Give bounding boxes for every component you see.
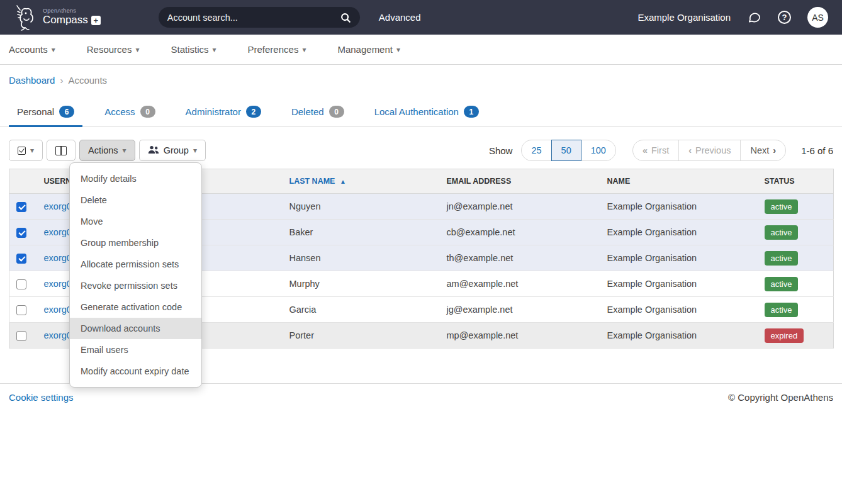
owl-logo-icon <box>14 4 39 31</box>
email-cell: am@example.net <box>437 271 598 297</box>
page-size-100[interactable]: 100 <box>581 140 615 160</box>
email-cell: mp@example.net <box>437 323 598 349</box>
nav-item-management[interactable]: Management▾ <box>337 44 400 55</box>
nav-item-statistics[interactable]: Statistics▾ <box>171 44 216 55</box>
group-dropdown-button[interactable]: Group ▾ <box>139 140 206 161</box>
status-badge: active <box>765 251 799 266</box>
brand-text: OpenAthens Compass + <box>43 8 101 26</box>
org-name-cell: Example Organisation <box>598 323 755 349</box>
tab-administrator-count-badge: 2 <box>246 106 261 118</box>
people-icon <box>148 145 159 156</box>
caret-down-icon: ▾ <box>135 45 139 54</box>
menu-item-modify-details[interactable]: Modify details <box>70 168 201 189</box>
nav-item-accounts[interactable]: Accounts▾ <box>9 44 55 55</box>
page-size-50[interactable]: 50 <box>551 140 581 161</box>
previous-page-button[interactable]: ‹ Previous <box>678 140 740 160</box>
caret-down-icon: ▾ <box>396 45 400 54</box>
last-name-cell: Baker <box>280 220 437 245</box>
first-page-button[interactable]: « First <box>633 140 678 160</box>
header-status[interactable]: STATUS <box>755 169 834 194</box>
row-checkbox[interactable] <box>16 228 26 238</box>
caret-down-icon: ▾ <box>123 146 126 155</box>
last-name-cell: Porter <box>280 323 437 349</box>
tab-local-authentication[interactable]: Local Authentication 1 <box>366 106 487 127</box>
actions-dropdown-button[interactable]: Actions ▾ <box>79 140 135 161</box>
status-badge: active <box>765 225 799 240</box>
openathens-compass-logo[interactable]: OpenAthens Compass + <box>14 4 101 31</box>
org-name-cell: Example Organisation <box>598 245 755 271</box>
help-icon[interactable]: ? <box>778 11 791 24</box>
row-checkbox[interactable] <box>16 331 26 341</box>
advanced-search-link[interactable]: Advanced <box>379 12 421 23</box>
row-checkbox[interactable] <box>16 202 26 212</box>
breadcrumb: Dashboard › Accounts <box>0 65 842 94</box>
top-header: OpenAthens Compass + Advanced Example Or… <box>0 0 842 35</box>
header-name[interactable]: NAME <box>598 169 755 194</box>
tab-personal[interactable]: Personal 6 <box>9 106 82 127</box>
cookie-settings-link[interactable]: Cookie settings <box>9 392 74 403</box>
account-search-input[interactable] <box>167 13 340 23</box>
table-toolbar: ▾ Actions ▾ Group ▾ Show 25 <box>9 140 833 161</box>
menu-item-generate-activation-code[interactable]: Generate activation code <box>70 296 201 318</box>
tab-deleted[interactable]: Deleted 0 <box>283 106 352 127</box>
caret-down-icon: ▾ <box>30 146 34 155</box>
caret-down-icon: ▾ <box>212 45 216 54</box>
compass-plus-icon: + <box>91 16 101 25</box>
user-avatar[interactable]: AS <box>807 7 828 28</box>
copyright-text: © Copyright OpenAthens <box>728 392 833 403</box>
chevron-right-icon: › <box>773 145 776 155</box>
row-checkbox[interactable] <box>16 305 26 315</box>
pagination-cluster: Show 25 50 100 « First ‹ Previous Next › <box>489 140 833 161</box>
select-all-dropdown-button[interactable]: ▾ <box>9 140 43 161</box>
page-size-group: 25 50 100 <box>521 140 615 161</box>
main-nav: Accounts▾ Resources▾ Statistics▾ Prefere… <box>0 35 842 65</box>
sort-ascending-icon: ▲ <box>340 178 346 185</box>
row-checkbox[interactable] <box>16 254 26 264</box>
menu-item-group-membership[interactable]: Group membership <box>70 232 201 254</box>
checkbox-icon <box>18 147 26 155</box>
status-badge: expired <box>765 328 804 343</box>
email-cell: jg@example.net <box>437 297 598 323</box>
columns-button[interactable] <box>47 140 76 161</box>
account-type-tabs: Personal 6 Access 0 Administrator 2 Dele… <box>0 106 842 127</box>
tab-local-authentication-count-badge: 1 <box>464 106 479 118</box>
menu-item-download-accounts[interactable]: Download accounts <box>70 318 201 339</box>
tab-deleted-count-badge: 0 <box>329 106 344 118</box>
caret-down-icon: ▾ <box>302 45 306 54</box>
last-name-cell: Hansen <box>280 245 437 271</box>
nav-item-preferences[interactable]: Preferences▾ <box>248 44 306 55</box>
nav-item-resources[interactable]: Resources▾ <box>87 44 140 55</box>
page-size-25[interactable]: 25 <box>522 140 551 160</box>
status-badge: active <box>765 277 799 291</box>
row-checkbox[interactable] <box>16 279 26 289</box>
breadcrumb-dashboard-link[interactable]: Dashboard <box>9 75 55 86</box>
chevron-right-icon: › <box>60 75 63 86</box>
pager-group: « First ‹ Previous Next › <box>632 140 786 161</box>
chevron-left-icon: ‹ <box>688 145 692 155</box>
status-badge: active <box>765 303 799 317</box>
show-label: Show <box>489 145 513 156</box>
menu-item-modify-account-expiry-date[interactable]: Modify account expiry date <box>70 361 201 382</box>
header-last-name[interactable]: LAST NAME ▲ <box>280 169 437 194</box>
next-page-button[interactable]: Next › <box>740 140 785 160</box>
actions-dropdown-menu: Modify details Delete Move Group members… <box>69 162 202 388</box>
page: OpenAthens Compass + Advanced Example Or… <box>0 0 842 504</box>
feedback-chat-icon[interactable] <box>747 10 761 25</box>
tab-access[interactable]: Access 0 <box>96 106 163 127</box>
columns-icon <box>55 146 67 155</box>
menu-item-move[interactable]: Move <box>70 211 201 232</box>
menu-item-revoke-permission-sets[interactable]: Revoke permission sets <box>70 275 201 296</box>
tab-personal-count-badge: 6 <box>59 106 74 118</box>
last-name-cell: Garcia <box>280 297 437 323</box>
header-email-address[interactable]: EMAIL ADDRESS <box>437 169 598 194</box>
org-name-cell: Example Organisation <box>598 220 755 245</box>
menu-item-delete[interactable]: Delete <box>70 189 201 211</box>
caret-down-icon: ▾ <box>52 45 55 54</box>
menu-item-allocate-permission-sets[interactable]: Allocate permission sets <box>70 254 201 275</box>
menu-item-email-users[interactable]: Email users <box>70 339 201 361</box>
search-icon[interactable] <box>340 12 351 23</box>
account-search-box[interactable] <box>159 7 360 28</box>
tab-administrator[interactable]: Administrator 2 <box>177 106 269 127</box>
email-cell: jn@example.net <box>437 194 598 220</box>
status-badge: active <box>765 199 799 214</box>
